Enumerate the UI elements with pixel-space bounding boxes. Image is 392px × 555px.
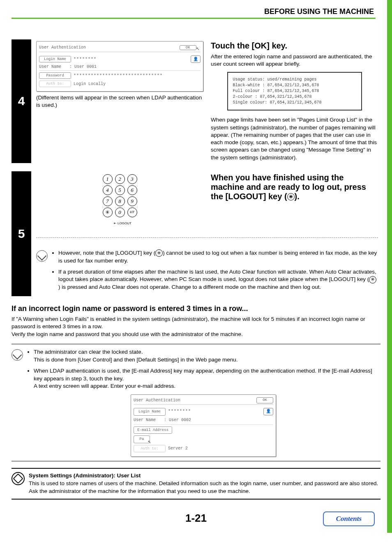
key-6[interactable]: 6 (127, 185, 137, 195)
page-header: BEFORE USING THE MACHINE (12, 7, 374, 18)
note-pencil-icon (36, 250, 48, 262)
auth-to-button[interactable]: Auth to: (39, 81, 71, 87)
usage-l5: Single colour: 87,654,321/12,345,678 (233, 100, 356, 106)
auth-to-value: Login Locally (74, 82, 106, 86)
p2-login-name-button[interactable]: Login Name (134, 408, 166, 416)
n1a: The administrator can clear the locked s… (34, 349, 143, 355)
admin-title: System Settings (Administrator): User Li… (29, 472, 380, 480)
usage-status-box: Usage status: used/remaining pages Black… (227, 72, 362, 111)
p2-auth-to-value: Server 2 (168, 446, 188, 451)
cursor-icon: ↖ (196, 45, 200, 52)
step-number-5: 5 (12, 171, 31, 296)
cursor-icon-2: ↖ (148, 438, 151, 446)
key-0[interactable]: 0 (115, 207, 125, 217)
n1b: This is done from [User Control] and the… (34, 357, 238, 363)
p2-pa-label: Pa (140, 437, 144, 441)
right-green-edge (387, 0, 392, 533)
step-5: 5 1 2 3 4 5 6 (12, 171, 380, 296)
page-footer: 1-21 Contents (12, 512, 380, 525)
step5-title-suffix: ). (295, 192, 300, 201)
key-8[interactable]: 8 (115, 196, 125, 206)
panel2-ok-button[interactable]: OK (256, 397, 273, 403)
section-title: If an incorrect login name or password i… (12, 304, 380, 313)
logout-arrow-icon: ⇤ (114, 221, 117, 225)
login-name-value: ******** (74, 57, 97, 62)
p2-pa-button[interactable]: Pa ↖ (134, 435, 150, 443)
usage-l2: Black-white : 87,654,321/12,345,678 (233, 83, 356, 88)
usage-l4: 2-colour : 87,654,321/12,345,678 (233, 94, 356, 100)
key-hash[interactable]: #/P (127, 207, 137, 217)
address-book-icon[interactable]: 👤 (191, 55, 201, 63)
key-7[interactable]: 7 (103, 196, 113, 206)
step5-title: When you have finished using the machine… (211, 173, 378, 201)
panel1-caption: (Different items will appear in the scre… (36, 94, 203, 109)
p2-user-name-label: User Name (134, 417, 164, 423)
admin-notes-block: The administrator can clear the locked s… (12, 344, 380, 461)
step-4: 4 User Authentication OK ↖ Login Name * (12, 39, 380, 163)
usage-l1: Usage status: used/remaining pages (233, 77, 356, 83)
step5-notes: However, note that the [LOGOUT] key (✳) … (36, 249, 378, 295)
step-number-4: 4 (12, 39, 31, 163)
login-name-button[interactable]: Login Name (39, 56, 71, 62)
auth-panel-1: User Authentication OK ↖ Login Name ****… (36, 41, 203, 92)
gear-icon (12, 472, 25, 485)
p2-login-name-value: ******** (168, 409, 191, 415)
step4-title: Touch the [OK] key. (211, 41, 378, 51)
contents-button[interactable]: Contents (323, 511, 375, 526)
p2-email-button[interactable]: E-mail Address (134, 426, 172, 434)
panel2-title: User Authentication (134, 398, 180, 403)
key-9[interactable]: 9 (127, 196, 137, 206)
auth-panel-2: User Authentication OK Login Name ******… (131, 394, 276, 457)
step5-bullet-2: If a preset duration of time elapses aft… (58, 268, 378, 292)
numeric-keypad: 1 2 3 4 5 6 7 8 9 (103, 173, 137, 226)
note-pencil-icon-2 (12, 349, 23, 361)
usage-l3: Full colour : 87,654,321/12,345,678 (233, 88, 356, 94)
b2a: If a preset duration of time elapses aft… (58, 269, 376, 283)
key-3[interactable]: 3 (127, 174, 137, 184)
admin-settings-note: System Settings (Administrator): User Li… (12, 468, 380, 500)
key-4[interactable]: 4 (103, 185, 113, 195)
key-star[interactable]: ✳ (103, 207, 113, 217)
n2b: A text entry screen will appear. Enter y… (34, 383, 175, 389)
p2-address-book-icon[interactable]: 👤 (263, 408, 273, 415)
logout-key-icon-inline1: ✳ (155, 249, 163, 257)
logout-key-label: ⇤ LOGOUT (114, 221, 131, 225)
section-p1: If "A Warning when Login Fails" is enabl… (12, 315, 380, 330)
key-1[interactable]: 1 (103, 174, 113, 184)
password-button[interactable]: Password (39, 72, 71, 79)
logout-text: LOGOUT (118, 221, 131, 225)
page-number: 1-21 (185, 512, 207, 524)
header-rule (12, 18, 376, 19)
notes-bullet-2: When LDAP authentication is used, the [E… (34, 367, 380, 391)
divider-dashed (36, 237, 378, 238)
n2a: When LDAP authentication is used, the [E… (34, 368, 372, 382)
step4-body1: After the entered login name and passwor… (211, 53, 378, 68)
panel1-ok-button[interactable]: OK (180, 45, 196, 50)
logout-key-icon: ✳ (287, 193, 295, 200)
b1a: However, note that the [LOGOUT] key ( (58, 250, 155, 256)
b2b: ) is pressed and Auto Clear does not ope… (58, 284, 321, 290)
logout-key-icon-inline2: ✳ (369, 276, 376, 283)
step4-body2: When page limits have been set in "Pages… (211, 116, 378, 161)
user-name-label: User Name (39, 64, 69, 69)
panel1-title: User Authentication (39, 45, 86, 50)
admin-body: This is used to store names of users of … (29, 480, 380, 495)
p2-user-name-value: : User 0002 (164, 417, 191, 423)
user-name-value: : User 0001 (69, 64, 97, 69)
notes-bullet-1: The administrator can clear the locked s… (34, 348, 380, 364)
section-p2: Verify the login name and password that … (12, 331, 380, 338)
password-value: ******************************* (74, 74, 201, 78)
step5-bullet-1: However, note that the [LOGOUT] key (✳) … (58, 249, 378, 265)
key-5[interactable]: 5 (115, 185, 125, 195)
key-2[interactable]: 2 (115, 174, 125, 184)
